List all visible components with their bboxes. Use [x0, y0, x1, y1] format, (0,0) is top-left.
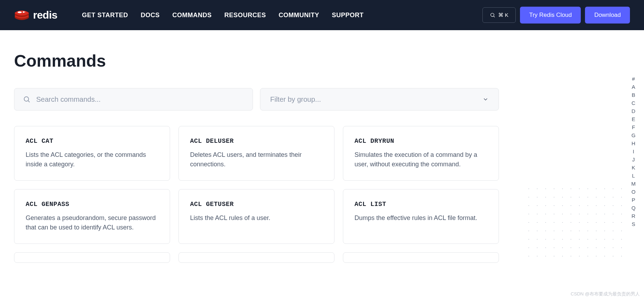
command-name: ACL GETUSER	[190, 201, 323, 208]
alpha-link-J[interactable]: J	[630, 156, 637, 162]
download-button[interactable]: Download	[585, 7, 630, 24]
nav-get-started[interactable]: GET STARTED	[82, 12, 128, 19]
alpha-link-E[interactable]: E	[630, 116, 637, 122]
alpha-link-C[interactable]: C	[630, 100, 637, 106]
header-actions: ⌘ K Try Redis Cloud Download	[482, 7, 630, 24]
command-name: ACL DRYRUN	[354, 138, 487, 145]
alpha-link-Q[interactable]: Q	[630, 205, 637, 211]
command-desc: Lists the ACL rules of a user.	[190, 213, 323, 223]
logo[interactable]: redis	[14, 8, 57, 22]
command-name: ACL CAT	[26, 138, 158, 145]
nav-community[interactable]: COMMUNITY	[279, 12, 319, 19]
filter-bar: Filter by group...	[14, 88, 630, 111]
filter-placeholder: Filter by group...	[270, 95, 321, 104]
alpha-link-#[interactable]: #	[630, 76, 637, 82]
command-name: ACL GENPASS	[26, 201, 158, 208]
alpha-link-D[interactable]: D	[630, 108, 637, 114]
alpha-link-O[interactable]: O	[630, 189, 637, 195]
command-desc: Simulates the execution of a command by …	[354, 150, 487, 169]
command-card[interactable]: ACL GETUSER Lists the ACL rules of a use…	[178, 189, 334, 244]
alpha-link-H[interactable]: H	[630, 140, 637, 146]
redis-logo-icon	[14, 8, 30, 22]
command-card[interactable]: ACL LIST Dumps the effective rules in AC…	[343, 189, 499, 244]
command-desc: Lists the ACL categories, or the command…	[26, 150, 158, 169]
nav-docs[interactable]: DOCS	[141, 12, 160, 19]
main-nav: GET STARTED DOCS COMMANDS RESOURCES COMM…	[82, 12, 482, 19]
nav-support[interactable]: SUPPORT	[332, 12, 364, 19]
alpha-link-M[interactable]: M	[630, 181, 637, 187]
command-name: ACL LIST	[354, 201, 487, 208]
svg-point-3	[24, 97, 29, 101]
alpha-link-P[interactable]: P	[630, 197, 637, 203]
command-card[interactable]	[14, 252, 170, 263]
svg-point-0	[18, 12, 22, 13]
page-title: Commands	[14, 51, 630, 71]
command-desc: Deletes ACL users, and terminates their …	[190, 150, 323, 169]
command-grid: ACL CAT Lists the ACL categories, or the…	[14, 126, 499, 263]
search-icon	[23, 95, 31, 103]
search-icon	[490, 12, 495, 18]
alpha-link-F[interactable]: F	[630, 124, 637, 130]
alpha-link-G[interactable]: G	[630, 132, 637, 138]
header-search-button[interactable]: ⌘ K	[482, 7, 516, 23]
decorative-dots	[525, 185, 623, 263]
group-filter-select[interactable]: Filter by group...	[260, 88, 499, 111]
command-card[interactable]	[343, 252, 499, 263]
search-shortcut: ⌘ K	[498, 12, 508, 18]
nav-resources[interactable]: RESOURCES	[224, 12, 266, 19]
try-redis-cloud-button[interactable]: Try Redis Cloud	[520, 7, 581, 24]
alpha-link-S[interactable]: S	[630, 221, 637, 227]
alpha-link-B[interactable]: B	[630, 92, 637, 98]
svg-line-4	[28, 101, 30, 102]
main-content: Commands Filter by group... ACL CAT List…	[0, 30, 644, 263]
command-desc: Generates a pseudorandom, secure passwor…	[26, 213, 158, 232]
alpha-link-A[interactable]: A	[630, 84, 637, 90]
command-card[interactable]	[178, 252, 334, 263]
alpha-link-K[interactable]: K	[630, 165, 637, 171]
svg-line-2	[494, 16, 495, 17]
nav-commands[interactable]: COMMANDS	[172, 12, 212, 19]
command-desc: Dumps the effective rules in ACL file fo…	[354, 213, 487, 223]
alpha-link-L[interactable]: L	[630, 173, 637, 179]
command-name: ACL DELUSER	[190, 138, 323, 145]
command-search-box[interactable]	[14, 88, 253, 111]
command-card[interactable]: ACL DELUSER Deletes ACL users, and termi…	[178, 126, 334, 181]
command-card[interactable]: ACL DRYRUN Simulates the execution of a …	[343, 126, 499, 181]
chevron-down-icon	[482, 96, 489, 102]
alphabet-nav: #ABCDEFGHIJKLMOPQRS	[630, 76, 637, 227]
command-card[interactable]: ACL CAT Lists the ACL categories, or the…	[14, 126, 170, 181]
site-header: redis GET STARTED DOCS COMMANDS RESOURCE…	[0, 0, 644, 30]
logo-text: redis	[33, 9, 57, 21]
search-input[interactable]	[36, 95, 244, 104]
alpha-link-R[interactable]: R	[630, 213, 637, 219]
alpha-link-I[interactable]: I	[630, 148, 637, 154]
svg-point-1	[491, 13, 494, 16]
command-card[interactable]: ACL GENPASS Generates a pseudorandom, se…	[14, 189, 170, 244]
